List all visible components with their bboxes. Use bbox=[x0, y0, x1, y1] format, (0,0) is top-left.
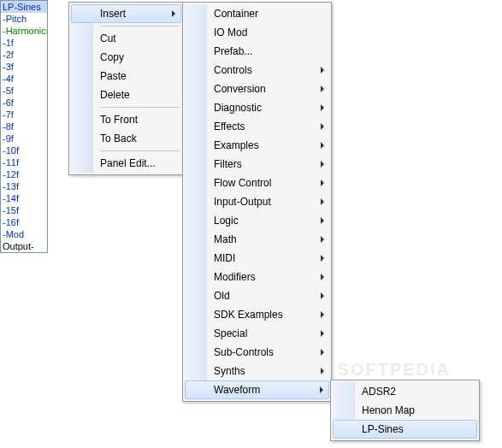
menu-item-label: Delete bbox=[100, 89, 130, 101]
menu-item[interactable]: Henon Map bbox=[333, 401, 477, 420]
menu-item[interactable]: Prefab... bbox=[185, 42, 329, 61]
menu-item[interactable]: Special bbox=[185, 324, 329, 343]
menu-item-label: To Front bbox=[100, 114, 138, 126]
sidebar-item[interactable]: -3f bbox=[1, 61, 47, 73]
menu-item[interactable]: SDK Examples bbox=[185, 305, 329, 324]
menu-item[interactable]: IO Mod bbox=[185, 23, 329, 42]
sidebar-item[interactable]: Output- bbox=[1, 240, 47, 252]
menu-item[interactable]: Delete bbox=[71, 85, 181, 104]
menu-item[interactable]: Waveform bbox=[185, 380, 329, 399]
menu-item-label: To Back bbox=[100, 133, 137, 144]
submenu-arrow-icon bbox=[321, 349, 324, 356]
submenu-arrow-icon bbox=[321, 161, 324, 168]
menu-item-label: Conversion bbox=[214, 83, 266, 95]
submenu-arrow-icon bbox=[321, 123, 324, 130]
menu-separator bbox=[100, 26, 180, 27]
submenu-arrow-icon bbox=[321, 311, 324, 318]
menu-separator bbox=[100, 150, 180, 151]
sidebar-item[interactable]: -9f bbox=[1, 133, 47, 144]
context-menu[interactable]: InsertCutCopyPasteDeleteTo FrontTo BackP… bbox=[68, 2, 184, 175]
menu-item-label: Examples bbox=[214, 139, 259, 151]
submenu-arrow-icon bbox=[321, 180, 324, 186]
module-list[interactable]: LP-Sines-Pitch-Harmonics-1f-2f-3f-4f-5f-… bbox=[0, 0, 48, 253]
menu-item-label: IO Mod bbox=[214, 27, 247, 38]
sidebar-item[interactable]: -15f bbox=[1, 204, 47, 216]
submenu-arrow-icon bbox=[321, 104, 324, 111]
menu-item[interactable]: Cut bbox=[71, 29, 181, 48]
sidebar-item[interactable]: -12f bbox=[1, 168, 47, 180]
menu-item-label: SDK Examples bbox=[214, 309, 283, 321]
menu-item[interactable]: Paste bbox=[71, 67, 181, 85]
submenu-arrow-icon bbox=[321, 330, 324, 337]
menu-item[interactable]: Examples bbox=[185, 136, 329, 155]
menu-item-label: LP-Sines bbox=[362, 423, 404, 435]
menu-item-label: Diagnostic bbox=[214, 102, 262, 114]
sidebar-item[interactable]: -8f bbox=[1, 121, 47, 133]
menu-item[interactable]: Logic bbox=[185, 211, 329, 230]
menu-item-label: Controls bbox=[214, 64, 252, 76]
submenu-arrow-icon bbox=[321, 292, 324, 299]
waveform-submenu[interactable]: ADSR2Henon MapLP-Sines bbox=[330, 380, 480, 441]
sidebar-item[interactable]: -11f bbox=[1, 156, 47, 168]
menu-item[interactable]: Panel Edit... bbox=[71, 154, 181, 173]
menu-item-label: Prefab... bbox=[214, 45, 252, 57]
menu-item-label: Synths bbox=[214, 365, 245, 377]
menu-item-label: Special bbox=[214, 327, 247, 339]
menu-item-label: Input-Output bbox=[214, 196, 271, 208]
menu-item[interactable]: Flow Control bbox=[185, 174, 329, 192]
menu-item[interactable]: Diagnostic bbox=[185, 98, 329, 117]
menu-item-label: Panel Edit... bbox=[100, 157, 156, 169]
sidebar-item[interactable]: -13f bbox=[1, 180, 47, 192]
menu-item[interactable]: Old bbox=[185, 286, 329, 305]
menu-item-label: Cut bbox=[100, 32, 116, 44]
menu-item[interactable]: To Front bbox=[71, 110, 181, 129]
menu-item[interactable]: Filters bbox=[185, 155, 329, 174]
sidebar-item[interactable]: -14f bbox=[1, 192, 47, 204]
menu-item-label: Math bbox=[214, 233, 237, 245]
sidebar-item[interactable]: -5f bbox=[1, 85, 47, 97]
sidebar-item[interactable]: -16f bbox=[1, 216, 47, 228]
submenu-arrow-icon bbox=[321, 198, 324, 205]
submenu-arrow-icon bbox=[321, 255, 324, 262]
sidebar-item[interactable]: -2f bbox=[1, 49, 47, 61]
sidebar-item[interactable]: -1f bbox=[1, 37, 47, 49]
sidebar-item[interactable]: LP-Sines bbox=[1, 1, 47, 13]
menu-item[interactable]: ADSR2 bbox=[333, 382, 477, 401]
menu-item-label: Sub-Controls bbox=[214, 346, 274, 358]
sidebar-item[interactable]: -7f bbox=[1, 109, 47, 121]
menu-item-label: Logic bbox=[214, 215, 239, 227]
menu-item[interactable]: Controls bbox=[185, 61, 329, 80]
menu-item[interactable]: Input-Output bbox=[185, 192, 329, 211]
sidebar-item[interactable]: -10f bbox=[1, 144, 47, 156]
sidebar-item[interactable]: -Mod bbox=[1, 228, 47, 240]
menu-item-label: Henon Map bbox=[362, 404, 415, 416]
menu-item[interactable]: MIDI bbox=[185, 249, 329, 268]
menu-item[interactable]: Sub-Controls bbox=[185, 343, 329, 362]
menu-item-label: MIDI bbox=[214, 252, 235, 264]
sidebar-item[interactable]: -4f bbox=[1, 73, 47, 85]
menu-item[interactable]: Modifiers bbox=[185, 268, 329, 286]
submenu-arrow-icon bbox=[172, 10, 175, 17]
menu-item-label: Flow Control bbox=[214, 177, 271, 189]
menu-item[interactable]: Conversion bbox=[185, 80, 329, 98]
menu-item-label: Copy bbox=[100, 51, 124, 63]
sidebar-item[interactable]: -6f bbox=[1, 97, 47, 109]
menu-item[interactable]: Math bbox=[185, 230, 329, 249]
menu-item-label: Paste bbox=[100, 70, 127, 82]
sidebar-item[interactable]: -Pitch bbox=[1, 13, 47, 25]
menu-item[interactable]: To Back bbox=[71, 129, 181, 148]
menu-item-label: Old bbox=[214, 290, 230, 302]
menu-item[interactable]: LP-Sines bbox=[333, 420, 477, 439]
menu-item[interactable]: Effects bbox=[185, 117, 329, 136]
menu-item[interactable]: Copy bbox=[71, 48, 181, 67]
menu-item[interactable]: Synths bbox=[185, 362, 329, 380]
sidebar-item[interactable]: -Harmonics bbox=[1, 25, 47, 37]
submenu-arrow-icon bbox=[321, 142, 324, 149]
menu-item[interactable]: Insert bbox=[71, 4, 181, 23]
menu-item[interactable]: Container bbox=[185, 4, 329, 23]
submenu-arrow-icon bbox=[321, 368, 324, 374]
insert-submenu[interactable]: ContainerIO ModPrefab...ControlsConversi… bbox=[182, 2, 332, 402]
menu-item-label: Insert bbox=[100, 8, 126, 20]
submenu-arrow-icon bbox=[321, 85, 324, 92]
submenu-arrow-icon bbox=[321, 274, 324, 280]
